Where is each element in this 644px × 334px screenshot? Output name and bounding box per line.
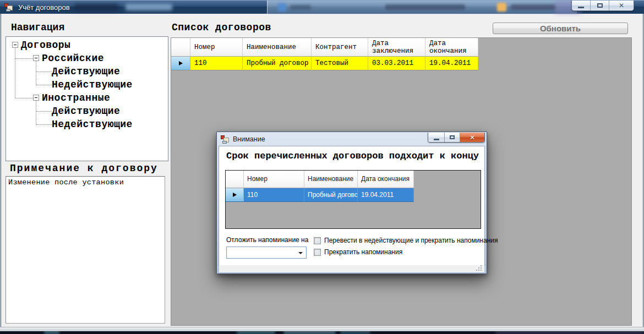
stop-reminders-checkbox[interactable] bbox=[314, 249, 321, 256]
navigation-section-label: Навигация bbox=[11, 22, 64, 33]
cell-end-date[interactable]: 19.04.2011 bbox=[425, 57, 478, 70]
blurred-taskbar-icon bbox=[278, 3, 286, 12]
deactivate-checkbox[interactable] bbox=[314, 237, 321, 244]
grid-corner-cell[interactable] bbox=[226, 171, 244, 188]
taskbar-glow bbox=[237, 331, 275, 334]
close-button[interactable]: ✕ bbox=[609, 1, 634, 10]
dialog-titlebar[interactable]: Внимание ✕ bbox=[217, 132, 487, 146]
contracts-section-label: Список договоров bbox=[172, 22, 271, 33]
refresh-button[interactable]: Обновить bbox=[493, 23, 628, 34]
row-selector-cell[interactable] bbox=[226, 188, 244, 202]
cell-start-date[interactable]: 03.03.2011 bbox=[368, 57, 425, 70]
blurred-taskbar-icon bbox=[497, 3, 506, 12]
current-row-arrow-icon bbox=[179, 61, 183, 65]
checkbox-row-stop-reminders: Прекратить напоминания bbox=[314, 248, 402, 256]
column-header-end-date[interactable]: Дата окончания bbox=[358, 171, 414, 188]
maximize-icon bbox=[450, 135, 455, 139]
tree-connector bbox=[36, 61, 36, 85]
app-icon-gray-square bbox=[6, 9, 10, 12]
column-header-end-date[interactable]: Дата окончания bbox=[425, 38, 478, 57]
tree-item-foreign[interactable]: Иностранные bbox=[42, 92, 110, 103]
taskbar-glow bbox=[340, 331, 370, 334]
main-window-titlebar[interactable]: Учёт договоров ✕ bbox=[0, 0, 644, 14]
deactivate-checkbox-label: Перевести в недействующие и прекратить н… bbox=[324, 237, 498, 244]
tree-item-foreign-active[interactable]: Действующие bbox=[52, 106, 120, 117]
cell-name[interactable]: Пробный договор bbox=[304, 188, 358, 202]
tree-expander-icon[interactable] bbox=[33, 95, 39, 101]
note-section-label: Примечание к договору bbox=[10, 163, 158, 174]
screen: Учёт договоров ✕ Навигация bbox=[0, 0, 644, 334]
tree-connector bbox=[36, 72, 52, 72]
checkbox-row-deactivate: Перевести в недействующие и прекратить н… bbox=[314, 237, 498, 244]
close-icon: ✕ bbox=[619, 2, 624, 9]
tree-connector bbox=[15, 48, 15, 98]
tree-connector bbox=[15, 58, 33, 59]
tree-connector bbox=[36, 101, 36, 124]
blurred-window-text bbox=[385, 4, 465, 10]
blurred-window-title bbox=[125, 4, 172, 10]
minus-icon bbox=[35, 97, 37, 98]
chevron-down-icon bbox=[298, 252, 303, 254]
blurred-window-text bbox=[290, 5, 311, 10]
cell-number[interactable]: 110 bbox=[190, 57, 243, 70]
note-textarea[interactable]: Изменение после установки bbox=[6, 176, 165, 324]
note-text: Изменение после установки bbox=[8, 178, 124, 187]
column-header-start-date[interactable]: Дата заключения bbox=[368, 38, 425, 57]
cell-end-date[interactable]: 19.04.2011 bbox=[358, 188, 414, 202]
maximize-button[interactable] bbox=[591, 1, 609, 10]
dialog-caption-buttons: ✕ bbox=[428, 133, 485, 143]
minimize-button[interactable] bbox=[572, 1, 591, 10]
tree-item-russian[interactable]: Российские bbox=[42, 53, 104, 64]
maximize-icon bbox=[597, 3, 603, 8]
stop-reminders-checkbox-label: Прекратить напоминания bbox=[324, 248, 402, 256]
minus-icon bbox=[14, 45, 17, 45]
dialog-grid[interactable]: Номер Наименование Дата окончания 110 Пр… bbox=[225, 170, 481, 229]
taskbar-edge bbox=[0, 331, 644, 334]
tree-expander-icon[interactable] bbox=[12, 42, 18, 48]
tree-item-foreign-inactive[interactable]: Недействующие bbox=[52, 119, 133, 130]
cell-number[interactable]: 110 bbox=[244, 188, 304, 202]
tree-item-russian-active[interactable]: Действующие bbox=[52, 66, 120, 77]
taskbar-glow bbox=[495, 331, 644, 334]
main-caption-buttons: ✕ bbox=[571, 1, 634, 11]
cell-counterparty[interactable]: Тестовый bbox=[312, 57, 368, 70]
tree-item-russian-inactive[interactable]: Недействующие bbox=[52, 79, 133, 90]
window-left-border bbox=[0, 14, 2, 331]
close-icon: ✕ bbox=[470, 134, 475, 141]
dialog-maximize-button[interactable] bbox=[445, 133, 460, 142]
dialog-title: Внимание bbox=[233, 135, 265, 143]
resize-grip-icon[interactable] bbox=[476, 265, 482, 271]
taskbar-glow bbox=[283, 331, 336, 334]
dialog-window-icon bbox=[221, 134, 231, 144]
dialog-minimize-button[interactable] bbox=[428, 133, 445, 142]
dialog-contract-row[interactable]: 110 Пробный договор 19.04.2011 bbox=[226, 188, 414, 202]
tree-expander-icon[interactable] bbox=[33, 55, 39, 61]
column-header-number[interactable]: Номер bbox=[190, 38, 243, 57]
postpone-combobox[interactable] bbox=[226, 247, 307, 259]
blurred-window-text bbox=[511, 4, 556, 10]
tree-connector bbox=[15, 98, 33, 98]
column-header-name[interactable]: Наименование bbox=[243, 38, 312, 57]
column-header-number[interactable]: Номер bbox=[244, 171, 304, 188]
current-row-arrow-icon bbox=[233, 193, 237, 197]
column-header-name[interactable]: Наименование bbox=[304, 171, 358, 188]
blurred-window-title bbox=[74, 4, 118, 11]
dialog-status-strip bbox=[219, 265, 484, 272]
postpone-label: Отложить напоминание на bbox=[226, 236, 308, 244]
navigation-tree[interactable]: Договоры Российские Действующие Недейств… bbox=[6, 36, 168, 161]
minimize-icon bbox=[434, 139, 439, 140]
taskbar-glow bbox=[44, 331, 59, 334]
dialog-heading: Срок перечисленных договоров подходит к … bbox=[226, 151, 479, 161]
grid-corner-cell[interactable] bbox=[171, 38, 190, 57]
contract-row[interactable]: 110 Пробный договор Тестовый 03.03.2011 … bbox=[171, 57, 478, 70]
warning-dialog: Внимание ✕ Срок перечисленных договоров … bbox=[216, 132, 487, 274]
window-bottom-border bbox=[0, 327, 644, 331]
tree-connector bbox=[36, 85, 52, 85]
column-header-counterparty[interactable]: Контрагент bbox=[312, 38, 368, 57]
app-icon-gray-square bbox=[222, 141, 227, 144]
minimize-icon bbox=[578, 7, 584, 8]
row-selector-cell[interactable] bbox=[171, 57, 190, 70]
dialog-close-button[interactable]: ✕ bbox=[460, 133, 484, 142]
cell-name[interactable]: Пробный договор bbox=[243, 57, 312, 70]
tree-item-contracts[interactable]: Договоры bbox=[21, 40, 70, 51]
